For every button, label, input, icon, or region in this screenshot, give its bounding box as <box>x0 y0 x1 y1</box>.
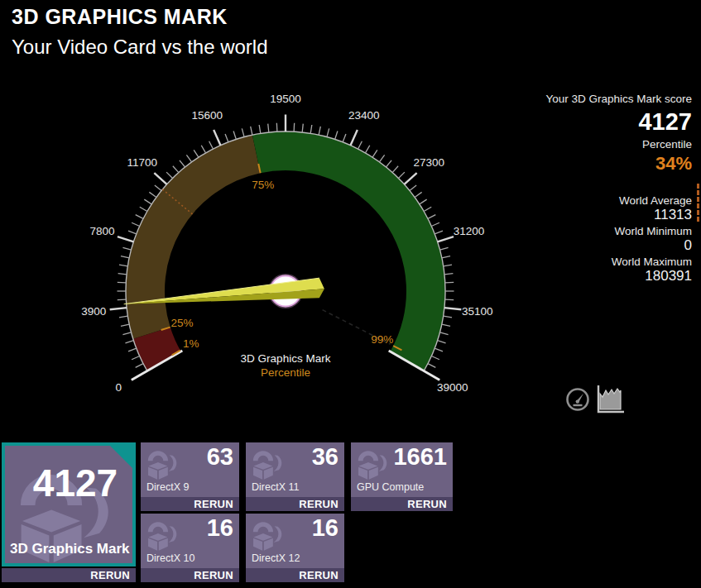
gauge-center-label: 3D Graphics Mark <box>241 352 331 365</box>
passmark-logo-watermark <box>353 444 394 480</box>
world-average-label: World Average <box>460 194 692 208</box>
passmark-logo-watermark <box>142 515 184 552</box>
gauge-tick-label: 11700 <box>127 156 158 169</box>
gauge-tick-label: 7800 <box>89 225 114 237</box>
history-chart-icon[interactable] <box>595 383 626 414</box>
rerun-button-gpu-compute[interactable]: RERUN <box>351 497 453 511</box>
score-label: Your 3D Graphics Mark score <box>460 93 692 106</box>
gauge-tick-label: 27300 <box>413 156 444 169</box>
tile-label: DirectX 12 <box>252 552 300 564</box>
gauge-tick-label: 39000 <box>437 381 468 394</box>
percentile-value: 34% <box>460 153 692 174</box>
gauge-tick-label: 23400 <box>348 109 380 122</box>
world-average-value: 11313 <box>460 207 692 223</box>
score-panel: Your 3D Graphics Mark score 4127 Percent… <box>460 93 692 286</box>
gauge-tick-label: 15600 <box>191 109 223 122</box>
tile-value: 63 <box>207 443 233 471</box>
tile-label: DirectX 11 <box>252 481 299 493</box>
passmark-logo-watermark <box>142 444 184 480</box>
percentile-marker-label: 99% <box>371 333 393 346</box>
world-maximum-value: 180391 <box>460 268 692 284</box>
score-gauge: 0390078001170015600195002340027300312003… <box>70 79 509 409</box>
tile-directx9[interactable]: 63 DirectX 9 <box>141 442 239 497</box>
tile-value: 1661 <box>393 443 447 471</box>
percentile-marker-label: 25% <box>170 317 193 329</box>
rerun-button-directx11[interactable]: RERUN <box>246 497 344 511</box>
tile-directx10[interactable]: 16 DirectX 10 <box>141 514 239 568</box>
gauge-center-sublabel: Percentile <box>261 366 310 379</box>
percentile-label: Percentile <box>460 138 692 151</box>
world-minimum-value: 0 <box>460 237 692 254</box>
rerun-button-3d-graphics-mark[interactable]: RERUN <box>2 568 136 582</box>
tile-value: 4127 <box>5 461 132 505</box>
passmark-logo-watermark <box>247 515 289 552</box>
percentile-marker-label: 75% <box>252 179 274 191</box>
world-average-edge-marker <box>697 184 699 222</box>
page-subtitle: Your Video Card vs the world <box>12 36 268 59</box>
tile-gpu-compute[interactable]: 1661 GPU Compute <box>351 442 453 497</box>
rerun-button-directx10[interactable]: RERUN <box>141 568 239 582</box>
performance-test-results-screen: { "header": { "title": "3D GRAPHICS MARK… <box>0 0 701 588</box>
tile-3d-graphics-mark[interactable]: 4127 3D Graphics Mark <box>2 442 136 566</box>
score-value: 4127 <box>460 108 692 136</box>
gauge-tick-label: 0 <box>115 381 122 394</box>
tile-label: DirectX 10 <box>146 552 194 564</box>
tile-label: GPU Compute <box>357 481 424 493</box>
page-title: 3D GRAPHICS MARK <box>12 5 228 29</box>
gauge-tick-label: 3900 <box>81 305 106 318</box>
tile-value: 16 <box>312 514 338 542</box>
rerun-button-directx12[interactable]: RERUN <box>246 568 344 582</box>
rerun-button-directx9[interactable]: RERUN <box>141 497 239 511</box>
world-maximum-label: World Maximum <box>460 256 692 269</box>
gauge-tick-label: 19500 <box>270 93 301 105</box>
percentile-marker-label: 1% <box>183 337 199 350</box>
tile-value: 36 <box>312 443 338 471</box>
tile-value: 16 <box>207 514 233 542</box>
tile-label: DirectX 9 <box>146 481 189 493</box>
gauge-tick-label: 35100 <box>462 305 493 318</box>
speedometer-icon[interactable] <box>564 386 591 413</box>
tile-label: 3D Graphics Mark <box>10 541 130 557</box>
tile-directx11[interactable]: 36 DirectX 11 <box>246 442 344 497</box>
passmark-logo-watermark <box>247 444 289 480</box>
tile-directx12[interactable]: 16 DirectX 12 <box>246 514 344 568</box>
world-minimum-label: World Minimum <box>460 225 692 238</box>
